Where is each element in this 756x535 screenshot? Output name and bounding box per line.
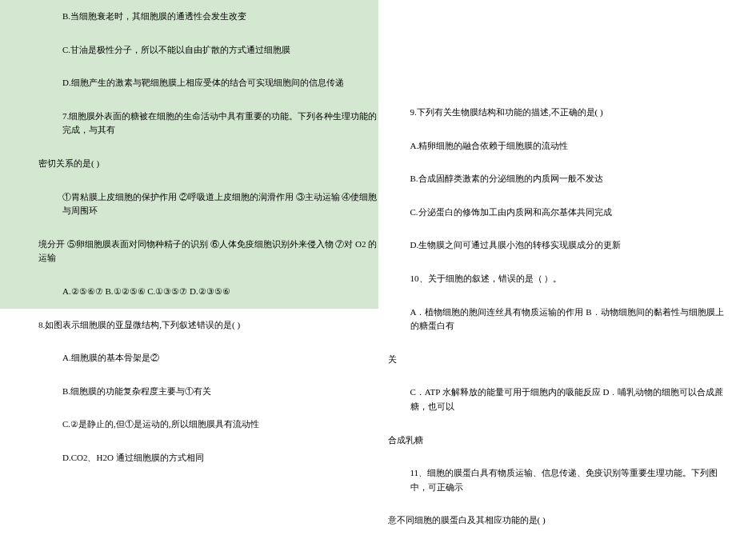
option-c-text: C.甘油是极性分子，所以不能以自由扩散的方式通过细胞膜 xyxy=(0,34,378,67)
question-11-line2: 意不同细胞的膜蛋白及其相应功能的是( ) xyxy=(378,504,757,535)
question-9-option-b: B.合成固醇类激素的分泌细胞的内质网一般不发达 xyxy=(378,162,757,196)
question-7-items-cont: 境分开 ⑤卵细胞膜表面对同物种精子的识别 ⑥人体免疫细胞识别外来侵入物 ⑦对 O… xyxy=(0,228,378,275)
option-b-text: B.当细胞衰老时，其细胞膜的通透性会发生改变 xyxy=(0,0,378,34)
question-10-intro: 10、关于细胞的叙述，错误的是（ ）。 xyxy=(378,262,757,296)
question-7-intro: 7.细胞膜外表面的糖被在细胞的生命活动中具有重要的功能。下列各种生理功能的完成，… xyxy=(0,100,378,147)
highlighted-section: B.当细胞衰老时，其细胞膜的通透性会发生改变 C.甘油是极性分子，所以不能以自由… xyxy=(0,0,378,309)
question-10-line2: 关 xyxy=(378,343,757,377)
option-d-text: D.细胞产生的激素与靶细胞膜上相应受体的结合可实现细胞间的信息传递 xyxy=(0,66,378,100)
question-8-option-a: A.细胞膜的基本骨架是② xyxy=(0,341,378,375)
question-10-line1: A．植物细胞的胞间连丝具有物质运输的作用 B．动物细胞间的黏着性与细胞膜上的糖蛋… xyxy=(378,296,757,343)
question-7-continuation: 密切关系的是( ) xyxy=(0,147,378,181)
question-8-intro: 8.如图表示细胞膜的亚显微结构,下列叙述错误的是( ) xyxy=(0,309,378,342)
question-9-option-a: A.精卵细胞的融合依赖于细胞膜的流动性 xyxy=(378,130,757,163)
question-11-line1: 11、细胞的膜蛋白具有物质运输、信息传递、免疫识别等重要生理功能。下列图中，可正… xyxy=(378,457,757,504)
question-10-line3: C．ATP 水解释放的能量可用于细胞内的吸能反应 D．哺乳动物的细胞可以合成蔗糖… xyxy=(378,376,757,423)
question-8-option-d: D.CO2、H2O 通过细胞膜的方式相同 xyxy=(0,441,378,475)
question-9-option-d: D.生物膜之间可通过具膜小泡的转移实现膜成分的更新 xyxy=(378,229,757,262)
question-9-option-c: C.分泌蛋白的修饰加工由内质网和高尔基体共同完成 xyxy=(378,196,757,230)
question-10-line4: 合成乳糖 xyxy=(378,424,757,457)
question-8-option-c: C.②是静止的,但①是运动的,所以细胞膜具有流动性 xyxy=(0,408,378,441)
question-7-items: ①胃粘膜上皮细胞的保护作用 ②呼吸道上皮细胞的润滑作用 ③主动运输 ④使细胞与周… xyxy=(0,181,378,228)
question-8-option-b: B.细胞膜的功能复杂程度主要与①有关 xyxy=(0,375,378,409)
question-9-intro: 9.下列有关生物膜结构和功能的描述,不正确的是( ) xyxy=(378,96,757,130)
question-7-options: A.②⑤⑥⑦ B.①②⑤⑥ C.①③⑤⑦ D.②③⑤⑥ xyxy=(0,275,378,309)
